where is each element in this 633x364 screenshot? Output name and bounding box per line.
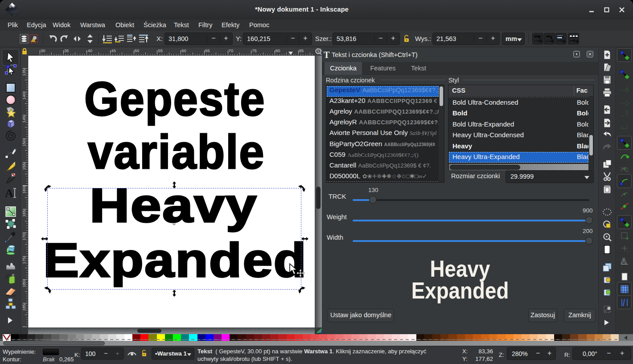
svg-text:i: i (319, 49, 320, 53)
svg-text:A: A (5, 187, 13, 199)
svg-text:A: A (621, 257, 626, 265)
